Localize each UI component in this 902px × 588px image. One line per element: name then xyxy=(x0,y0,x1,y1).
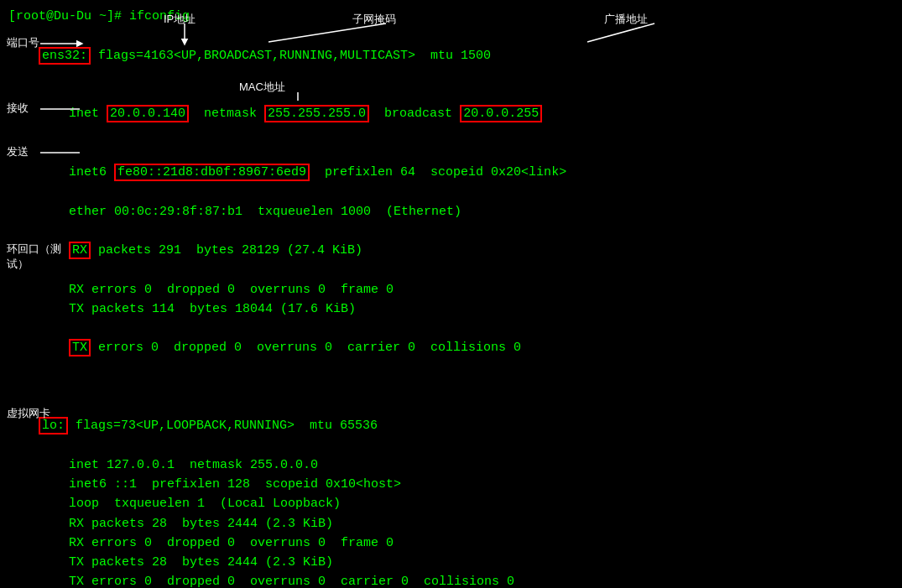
rx-box: RX xyxy=(69,242,91,259)
ens32-netmask-label: netmask xyxy=(189,107,264,121)
broadcast-box: 20.0.0.255 xyxy=(460,105,542,122)
lo-loop-line: loop txqueuelen 1 (Local Loopback) xyxy=(8,494,894,513)
ens32-tx-packets-line: TX packets 114 bytes 18044 (17.6 KiB) xyxy=(8,299,894,319)
ens32-rx-data: packets 291 bytes 28129 (27.4 KiB) xyxy=(91,243,362,258)
ens32-flags: flags=4163<UP,BROADCAST,RUNNING,MULTICAS… xyxy=(91,49,491,63)
lo-inet6-line: inet6 ::1 prefixlen 128 scopeid 0x10<hos… xyxy=(8,475,894,494)
netmask-box: 255.255.255.0 xyxy=(264,105,369,122)
ens32-tx-line: TX errors 0 dropped 0 overruns 0 carrier… xyxy=(8,319,894,377)
ip-address-box: 20.0.0.140 xyxy=(107,105,189,122)
subnet-annotation: 子网掩码 xyxy=(352,12,396,27)
loopback-annotation: 环回口（测 试） xyxy=(7,242,61,272)
lo-tx-packets-line: TX packets 28 bytes 2444 (2.3 KiB) xyxy=(8,553,894,572)
rx-annotation: 接收 xyxy=(7,101,29,116)
lo-flags: flags=73<UP,LOOPBACK,RUNNING> mtu 65536 xyxy=(68,419,378,433)
port-annotation: 端口号 xyxy=(7,35,39,50)
broadcast-annotation: 广播地址 xyxy=(604,12,648,27)
ens32-inet6-suffix: prefixlen 64 scopeid 0x20<link> xyxy=(310,165,566,180)
ens32-ether-line: ether 00:0c:29:8f:87:b1 txqueuelen 1000 … xyxy=(8,202,894,221)
ip-annotation: IP地址 xyxy=(164,12,196,27)
ens32-inet6-prefix: inet6 xyxy=(8,165,114,180)
ens32-rx-line: RX packets 291 bytes 28129 (27.4 KiB) xyxy=(8,221,894,280)
ens32-inet6-line: inet6 fe80::21d8:db0f:8967:6ed9 prefixle… xyxy=(8,143,894,202)
ipv6-address-box: fe80::21d8:db0f:8967:6ed9 xyxy=(114,164,310,181)
ens32-tx-data: errors 0 dropped 0 overruns 0 carrier 0 … xyxy=(91,341,521,355)
lo-inet-line: inet 127.0.0.1 netmask 255.0.0.0 xyxy=(8,455,894,475)
ens32-line1: ens32: flags=4163<UP,BROADCAST,RUNNING,M… xyxy=(8,26,894,85)
prompt-line: [root@Du-Du ~]# ifconfig xyxy=(8,7,894,26)
ens32-rx-errors-line: RX errors 0 dropped 0 overruns 0 frame 0 xyxy=(8,280,894,299)
lo-tx-errors-line: TX errors 0 dropped 0 overruns 0 carrier… xyxy=(8,572,894,588)
blank-line-1 xyxy=(8,377,894,397)
tx-box: TX xyxy=(69,339,91,356)
lo-rx-packets-line: RX packets 28 bytes 2444 (2.3 KiB) xyxy=(8,514,894,533)
ens32-tx-indent xyxy=(8,341,69,355)
tx-annotation: 发送 xyxy=(7,144,29,159)
ens32-inet-line: inet 20.0.0.140 netmask 255.255.255.0 br… xyxy=(8,85,894,143)
virtual-annotation: 虚拟网卡 xyxy=(7,406,50,421)
terminal: [root@Du-Du ~]# ifconfig ens32: flags=41… xyxy=(0,0,902,588)
lo-line1: lo: flags=73<UP,LOOPBACK,RUNNING> mtu 65… xyxy=(8,397,894,455)
ens32-interface-box: ens32: xyxy=(39,47,91,65)
ens32-broadcast-label: broadcast xyxy=(369,107,460,121)
lo-rx-errors-line: RX errors 0 dropped 0 overruns 0 frame 0 xyxy=(8,533,894,553)
mac-annotation: MAC地址 xyxy=(239,80,285,95)
